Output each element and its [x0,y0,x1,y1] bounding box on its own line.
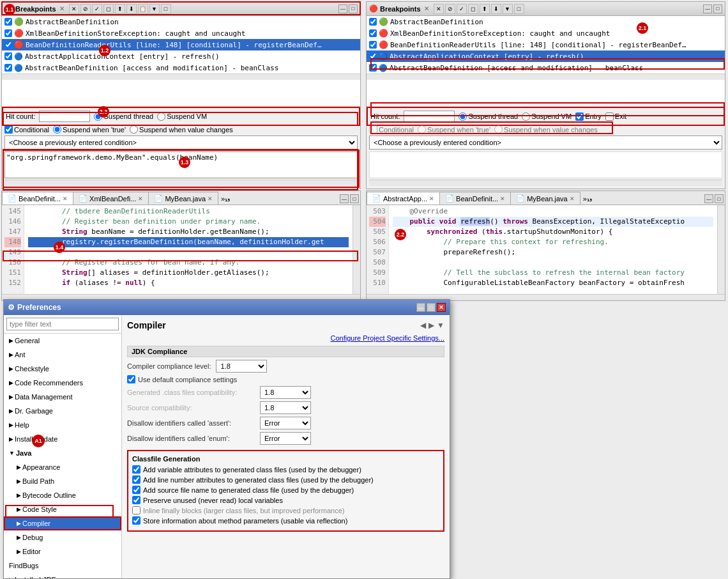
tree-item-installed-jres[interactable]: ▶ Installed JREs [4,573,121,578]
editor-max-left[interactable]: □ [350,194,359,203]
bp-toolbar-btn-5[interactable]: ⬆ [115,4,125,14]
suspend-thread-radio-right[interactable]: Suspend thread [459,112,518,121]
bp-toolbar-btn-6[interactable]: ⬇ [126,4,137,14]
condition-dropdown-right[interactable]: <Choose a previously entered condition> [369,135,722,150]
bp-check-0[interactable] [4,18,12,26]
tree-item-ant[interactable]: ▶ Ant [4,348,121,362]
bp-toolbar-btn-r3[interactable]: ✓ [457,4,467,14]
generated-compat-select[interactable]: 1.8 [260,386,311,399]
tree-item-help[interactable]: ▶ Help [4,418,121,432]
code-content-right[interactable]: @Override public void refresh() throws B… [389,205,717,294]
classfile-check-4[interactable] [132,506,140,514]
bp-item-r4[interactable]: 🔵 AbstractBeanDefinition [access and mod… [367,62,725,73]
classfile-check-0[interactable] [132,465,140,474]
suspend-true-radio-left[interactable]: Suspend when 'true' [53,125,126,134]
bp-check-r0[interactable] [369,18,377,26]
suspend-changes-radio-left[interactable]: Suspend when value changes [130,125,233,134]
tree-item-findbugs[interactable]: FindBugs [4,559,121,573]
vscroll-right[interactable] [717,205,725,294]
minimize-btn-right[interactable]: — [703,4,712,13]
condition-dropdown-left[interactable]: <Choose a previously entered condition> [4,135,358,150]
tree-item-checkstyle[interactable]: ▶ Checkstyle [4,362,121,376]
close-tab-0[interactable]: ✕ [63,196,68,202]
tab-xmlbeandefinit-left[interactable]: 📄 XmlBeanDefi... ✕ [73,192,149,205]
bp-check-r1[interactable] [369,29,377,37]
suspend-vm-radio-left[interactable]: Suspend VM [157,112,207,121]
pref-minimize-btn[interactable]: — [416,303,425,312]
vscroll-left[interactable] [353,205,360,294]
editor-max-right[interactable]: □ [715,194,724,203]
pref-close-btn[interactable]: ✕ [437,303,446,312]
bp-toolbar-btn-r1[interactable]: ✕ [434,4,444,14]
hit-count-input-right[interactable] [404,111,455,122]
tree-item-appearance[interactable]: ▶ Appearance [4,460,121,474]
bp-toolbar-btn-9[interactable]: □ [161,4,171,14]
maximize-btn-right[interactable]: □ [713,4,722,13]
bp-item-4[interactable]: 🔵 AbstractBeanDefinition [access and mod… [2,62,360,73]
bp-item-r2[interactable]: 🔴 BeanDefinitionReaderUtils [line: 148] … [367,39,725,50]
bp-check-1[interactable] [4,29,12,37]
enum-select[interactable]: Error [260,432,311,445]
pref-maximize-btn[interactable]: □ [427,303,436,312]
bp-item-3[interactable]: 🔵 AbstractApplicationContext [entry] - r… [2,50,360,62]
bp-item-1[interactable]: 🔴 XmlBeanDefinitionStoreException: caugh… [2,27,360,39]
bp-toolbar-btn-r5[interactable]: ⬆ [480,4,490,14]
bp-item-r3[interactable]: 🔵 AbstractApplicationContext [entry] - r… [367,50,725,62]
tree-item-dr-garbage[interactable]: ▶ Dr. Garbage [4,404,121,418]
tree-item-editor[interactable]: ▶ Editor [4,544,121,559]
close-tab-r1[interactable]: ✕ [500,196,505,202]
bp-toolbar-btn-7[interactable]: 📋 [138,4,148,14]
compliance-level-select[interactable]: 1.8 [216,360,267,373]
bp-item-0[interactable]: 🟢 AbstractBeanDefinition [2,16,360,27]
close-tab-1[interactable]: ✕ [138,196,143,202]
bp-check-r3[interactable] [369,52,377,60]
suspend-true-radio-right[interactable]: Suspend when 'true' [418,125,490,134]
conditional-check-right[interactable]: Conditional [369,125,414,134]
hit-count-input-left[interactable] [39,111,90,122]
tree-item-code-style[interactable]: ▶ Code Style [4,502,121,516]
assert-select[interactable]: Error [260,417,311,429]
bp-toolbar-btn-r7[interactable]: ▼ [503,4,513,14]
minimize-btn-left[interactable]: — [338,4,347,13]
bp-check-r4[interactable] [369,64,377,72]
tree-item-build-path[interactable]: ▶ Build Path [4,474,121,488]
tree-item-debug[interactable]: ▶ Debug [4,530,121,544]
bp-toolbar-btn-r6[interactable]: ⬇ [491,4,501,14]
pref-menu-btn[interactable]: ▼ [437,321,444,330]
tree-item-data-management[interactable]: ▶ Data Management [4,390,121,404]
conditional-check-left[interactable]: Conditional [4,125,49,134]
classfile-check-2[interactable] [132,486,140,494]
tree-item-code-recommenders[interactable]: ▶ Code Recommenders [4,376,121,390]
tab-beandefinit-left[interactable]: 📄 BeanDefinit... ✕ [2,192,73,205]
close-tab-2[interactable]: ✕ [208,196,213,202]
bp-toolbar-btn-r8[interactable]: □ [514,4,524,14]
configure-project-link[interactable]: Configure Project Specific Settings... [330,334,444,342]
bp-toolbar-btn-1[interactable]: ✕ [69,4,79,14]
tree-item-bytecode-outline[interactable]: ▶ Bytecode Outline [4,488,121,502]
tab-beandefinit-right[interactable]: 📄 BeanDefinit... ✕ [440,192,511,205]
tab-mybean-right[interactable]: 📄 MyBean.java ✕ [511,192,580,205]
tree-item-install-update[interactable]: ▶ Install/Update [4,432,121,446]
exit-check-right[interactable]: Exit [605,112,626,121]
tree-item-general[interactable]: ▶ General [4,334,121,348]
tree-item-java[interactable]: ▼ Java [4,446,121,460]
tab-mybean-left[interactable]: 📄 MyBean.java ✕ [149,192,218,205]
bp-item-r1[interactable]: 🔴 XmlBeanDefinitionStoreException: caugh… [367,27,725,39]
preferences-search[interactable] [6,318,119,330]
code-content-left[interactable]: // tbdere BeanDefinitionReaderUtils // R… [24,205,353,294]
tab-more-left[interactable]: »₁₃ [218,194,232,205]
classfile-check-5[interactable] [132,516,140,525]
bp-toolbar-btn-4[interactable]: ◻ [103,4,114,14]
tab-abstractapp-right[interactable]: 📄 AbstractApp... ✕ [367,192,440,205]
bp-item-2[interactable]: 🔴 BeanDefinitionReaderUtils [line: 148] … [2,39,360,50]
tab-more-right[interactable]: »₁₃ [580,194,595,205]
close-tab-r2[interactable]: ✕ [570,196,575,202]
entry-check-right[interactable]: Entry [575,112,602,121]
bp-toolbar-btn-2[interactable]: ⊘ [80,4,91,14]
close-tab-r0[interactable]: ✕ [429,196,434,202]
suspend-changes-radio-right[interactable]: Suspend when value changes [494,125,598,134]
bp-toolbar-btn-8[interactable]: ▼ [149,4,160,14]
bp-item-r0[interactable]: 🟢 AbstractBeanDefinition [367,16,725,27]
pref-fwd-btn[interactable]: ▶ [428,321,434,330]
use-default-check[interactable] [127,375,135,383]
